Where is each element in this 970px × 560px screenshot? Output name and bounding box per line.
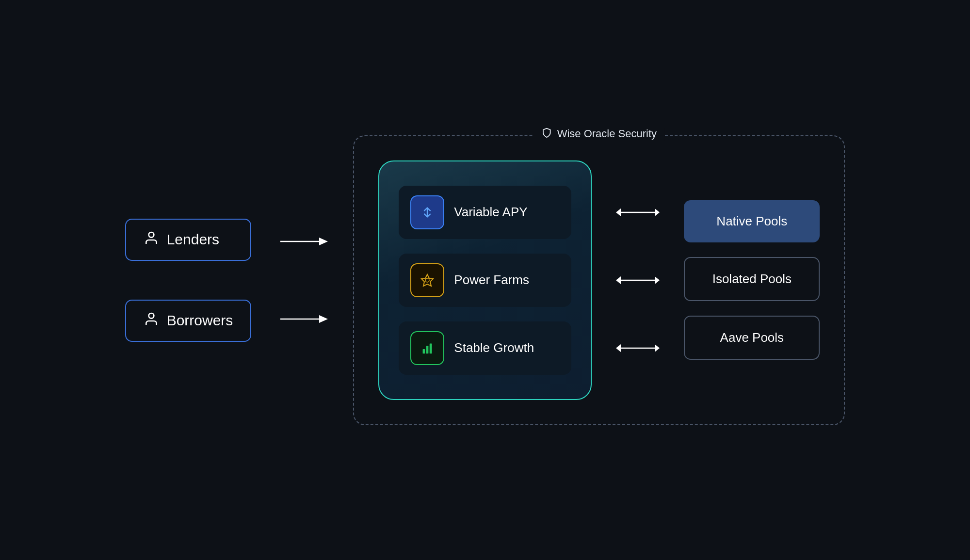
svg-point-6 [425,278,429,282]
aave-pools-label: Aave Pools [720,330,784,345]
isolated-pools-label: Isolated Pools [712,272,792,287]
svg-marker-18 [655,344,660,352]
borrowers-box: Borrowers [125,300,252,342]
svg-rect-7 [423,349,425,353]
isolated-pools-box: Isolated Pools [684,257,820,301]
svg-marker-12 [655,208,660,216]
borrowers-label: Borrowers [167,312,233,329]
left-section: Lenders Borrowers [125,219,252,342]
arrow-variable-native [616,186,660,239]
aave-pools-box: Aave Pools [684,316,820,360]
stable-growth-label: Stable Growth [454,340,534,355]
left-arrows-section [280,222,329,338]
shield-icon [542,128,552,141]
svg-point-1 [148,313,154,319]
oracle-container: Wise Oracle Security Variable APY [353,135,845,425]
native-pools-box: Native Pools [684,200,820,242]
stable-growth-icon [410,331,444,365]
power-farms-icon [410,263,444,297]
main-container: Lenders Borrowers [97,62,873,498]
stable-growth-row: Stable Growth [399,321,571,375]
variable-apy-label: Variable APY [454,205,527,220]
lenders-box: Lenders [125,219,252,261]
variable-apy-icon [410,195,444,229]
power-farms-label: Power Farms [454,272,529,288]
arrow-power-isolated [616,254,660,307]
svg-marker-3 [319,238,328,245]
lenders-arrow [280,222,329,261]
oracle-label: Wise Oracle Security [534,128,664,141]
power-farms-row: Power Farms [399,254,571,307]
svg-marker-15 [655,276,660,284]
native-pools-label: Native Pools [716,214,787,229]
mid-arrows [616,186,660,375]
svg-rect-9 [430,343,432,353]
svg-marker-5 [319,315,328,323]
borrowers-icon [144,311,159,330]
lenders-label: Lenders [167,231,219,248]
borrowers-arrow [280,300,329,338]
svg-point-0 [148,232,154,238]
variable-apy-row: Variable APY [399,186,571,239]
lenders-icon [144,230,159,249]
center-card: Variable APY Power Farms [378,160,592,400]
svg-rect-8 [426,346,429,353]
right-section: Native Pools Isolated Pools Aave Pools [684,200,820,360]
arrow-stable-aave [616,321,660,375]
